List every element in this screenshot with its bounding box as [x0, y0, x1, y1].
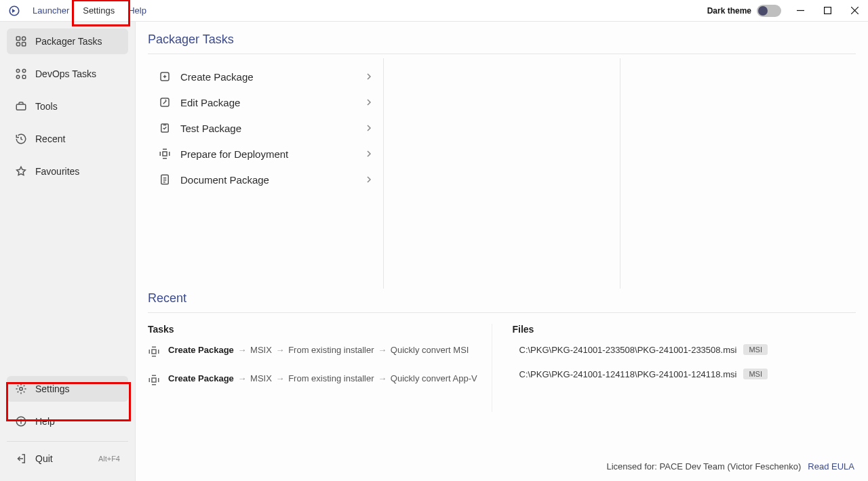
license-text: Licensed for: PACE Dev Team (Victor Fesc…	[606, 461, 801, 472]
task-document-package[interactable]: Document Package	[148, 167, 383, 192]
eula-link[interactable]: Read EULA	[808, 461, 854, 472]
sidebar-item-help[interactable]: Help	[7, 409, 128, 434]
quit-icon	[15, 453, 27, 465]
file-path: C:\PKG\PKG-241001-233508\PKG-241001-2335…	[519, 345, 737, 355]
sidebar-item-devops-tasks[interactable]: DevOps Tasks	[7, 61, 128, 87]
recent-title: Recent	[148, 291, 856, 313]
arrow-icon: →	[237, 373, 246, 383]
sidebar-item-recent[interactable]: Recent	[7, 126, 128, 152]
svg-rect-2	[824, 7, 831, 14]
sidebar-item-favourites[interactable]: Favourites	[7, 159, 128, 184]
sidebar-item-settings[interactable]: Settings	[7, 376, 128, 402]
task-label: Edit Package	[180, 97, 240, 108]
packager-tasks-icon	[15, 35, 27, 47]
sidebar-item-label: Recent	[35, 133, 65, 144]
svg-point-6	[22, 37, 26, 40]
arrow-icon: →	[378, 373, 387, 383]
recent-files-heading: Files	[513, 324, 843, 335]
task-list: Create Package Edit Package Test Package…	[148, 58, 384, 289]
sidebar: Packager Tasks DevOps Tasks Tools Recent…	[0, 22, 136, 481]
package-icon	[148, 374, 160, 386]
task-detail-col-1	[384, 58, 620, 289]
recent-task-label: Create Package	[168, 373, 234, 383]
chevron-right-icon	[366, 125, 372, 131]
titlebar: Launcher Settings Help Dark theme	[0, 0, 868, 22]
recent-task-label: Create Package	[168, 345, 234, 355]
svg-rect-5	[16, 37, 20, 40]
svg-point-11	[16, 75, 20, 79]
chevron-right-icon	[366, 176, 372, 183]
svg-point-7	[16, 43, 20, 46]
svg-rect-30	[152, 378, 156, 382]
close-icon	[851, 7, 859, 14]
footer: Licensed for: PACE Dev Team (Victor Fesc…	[148, 455, 856, 481]
task-create-package[interactable]: Create Package	[148, 64, 383, 89]
recent-task-path-part: From existing installer	[288, 373, 374, 383]
menu-help[interactable]: Help	[121, 3, 153, 18]
chevron-right-icon	[366, 150, 372, 157]
tools-icon	[15, 100, 27, 112]
sidebar-item-label: Quit	[35, 453, 53, 464]
svg-point-14	[20, 388, 23, 391]
arrow-icon: →	[276, 345, 285, 355]
svg-rect-13	[16, 104, 26, 110]
svg-rect-24	[163, 152, 167, 156]
arrow-icon: →	[378, 345, 387, 355]
app-logo-icon	[8, 5, 20, 17]
recent-tasks-heading: Tasks	[148, 324, 478, 335]
recent-task-path-part: MSIX	[250, 373, 272, 383]
sidebar-item-label: Packager Tasks	[35, 36, 102, 47]
task-label: Document Package	[180, 174, 269, 186]
task-label: Prepare for Deployment	[180, 148, 288, 160]
chevron-right-icon	[366, 73, 372, 80]
info-icon	[15, 415, 27, 427]
recent-tasks-col: Tasks Create Package → MSIX → From exist…	[148, 324, 492, 412]
gear-icon	[15, 383, 27, 395]
task-edit-package[interactable]: Edit Package	[148, 89, 383, 115]
test-icon	[159, 122, 171, 134]
svg-point-17	[20, 419, 21, 419]
sidebar-item-label: Help	[35, 416, 55, 427]
recent-file-item[interactable]: C:\PKG\PKG-241001-233508\PKG-241001-2335…	[513, 344, 843, 355]
arrow-icon: →	[276, 373, 285, 383]
arrow-icon: →	[237, 345, 246, 355]
sidebar-item-label: Tools	[35, 101, 58, 112]
dark-theme-toggle[interactable]	[757, 5, 781, 17]
menu-launcher[interactable]: Launcher	[26, 3, 76, 18]
edit-icon	[159, 96, 171, 108]
chevron-right-icon	[366, 99, 372, 106]
package-icon	[148, 346, 160, 358]
svg-rect-8	[22, 43, 26, 46]
menu-settings-label: Settings	[83, 5, 115, 16]
task-detail-col-2	[620, 58, 856, 289]
file-path: C:\PKG\PKG-241001-124118\PKG-241001-1241…	[519, 369, 737, 379]
window-minimize-button[interactable]	[787, 0, 814, 22]
menu-settings[interactable]: Settings	[76, 3, 121, 18]
svg-rect-12	[22, 75, 26, 79]
svg-point-9	[16, 69, 20, 72]
document-icon	[159, 173, 171, 186]
minimize-icon	[797, 7, 804, 14]
dark-theme-label: Dark theme	[707, 6, 751, 16]
window-maximize-button[interactable]	[814, 0, 841, 22]
sidebar-item-quit[interactable]: Quit Alt+F4	[7, 446, 128, 472]
task-prepare-deployment[interactable]: Prepare for Deployment	[148, 141, 383, 167]
window-close-button[interactable]	[841, 0, 868, 22]
star-icon	[15, 165, 27, 177]
task-test-package[interactable]: Test Package	[148, 115, 383, 141]
maximize-icon	[824, 7, 831, 14]
recent-icon	[15, 133, 27, 145]
create-package-icon	[159, 70, 171, 83]
sidebar-item-label: Favourites	[35, 166, 79, 177]
recent-task-item[interactable]: Create Package → MSIX → From existing in…	[148, 344, 478, 358]
recent-task-item[interactable]: Create Package → MSIX → From existing in…	[148, 373, 478, 386]
task-label: Test Package	[180, 123, 241, 134]
recent-task-path-part: MSIX	[250, 345, 272, 355]
recent-file-item[interactable]: C:\PKG\PKG-241001-124118\PKG-241001-1241…	[513, 369, 843, 379]
sidebar-item-packager-tasks[interactable]: Packager Tasks	[7, 28, 128, 54]
sidebar-item-tools[interactable]: Tools	[7, 93, 128, 119]
quit-shortcut: Alt+F4	[98, 455, 120, 463]
svg-point-10	[22, 69, 26, 72]
task-label: Create Package	[180, 71, 254, 83]
deploy-icon	[159, 148, 171, 160]
